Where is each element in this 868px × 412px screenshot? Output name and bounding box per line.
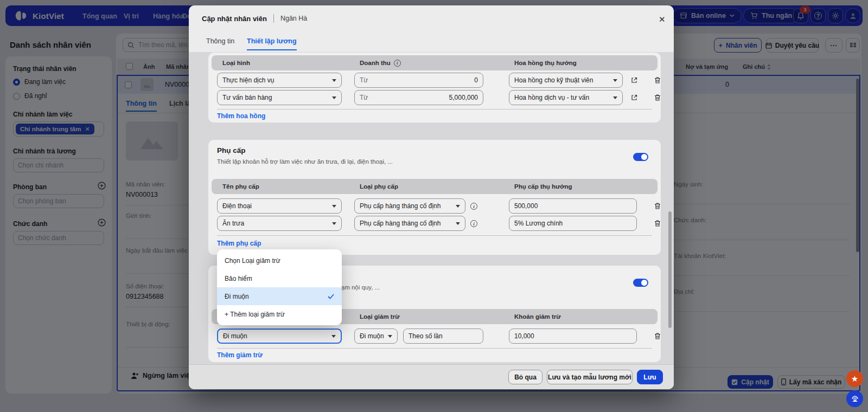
allowance-amount-input[interactable]: 5% Lương chính bbox=[509, 216, 637, 231]
allowance-header-row: Tên phụ cấp Loại phụ cấp Phụ cấp thụ hưở… bbox=[212, 179, 658, 194]
allowance-subtitle: Thiết lập khoản hỗ trợ làm việc như ăn t… bbox=[217, 158, 393, 165]
commission-type-select[interactable]: Thực hiện dịch vụ bbox=[217, 73, 342, 88]
commission-type-select[interactable]: Tư vấn bán hàng bbox=[217, 90, 342, 105]
commission-row: Thực hiện dịch vụ Từ 0 Hoa hồng cho kỹ t… bbox=[208, 73, 661, 88]
commission-col-type: Loại hình bbox=[222, 60, 250, 66]
commission-revenue-input[interactable]: Từ 5,000,000 bbox=[354, 90, 483, 105]
allowance-col-type: Loại phụ cấp bbox=[360, 183, 398, 190]
caret-down-icon bbox=[613, 96, 617, 99]
allowance-col-name: Tên phụ cấp bbox=[222, 183, 259, 190]
trash-icon[interactable] bbox=[654, 332, 661, 340]
deduction-col-type: Loại giảm trừ bbox=[360, 313, 400, 320]
add-deduction-link[interactable]: Thêm giảm trừ bbox=[217, 351, 263, 359]
allowance-name-select[interactable]: Điện thoại bbox=[217, 198, 342, 214]
update-employee-modal: Cập nhật nhân viên Ngân Hà ✕ Thông tin T… bbox=[189, 5, 674, 389]
info-icon[interactable]: i bbox=[470, 203, 477, 210]
allowance-type-select[interactable]: Phụ cấp hàng tháng cố định bbox=[354, 198, 465, 214]
add-commission-link[interactable]: Thêm hoa hồng bbox=[217, 112, 265, 120]
modal-scrollbar[interactable] bbox=[668, 211, 672, 328]
dropdown-item[interactable]: Chọn Loại giảm trừ bbox=[217, 252, 342, 269]
add-allowance-link[interactable]: Thêm phụ cấp bbox=[217, 240, 261, 247]
modal-tab-salary[interactable]: Thiết lập lương bbox=[247, 37, 297, 50]
caret-down-icon bbox=[332, 96, 336, 99]
caret-down-icon bbox=[388, 335, 392, 338]
allowance-row: Điện thoại Phụ cấp hàng tháng cố định i … bbox=[208, 198, 661, 214]
allowance-card: Phụ cấp Thiết lập khoản hỗ trợ làm việc … bbox=[208, 140, 661, 255]
title-divider bbox=[273, 14, 274, 23]
save-button[interactable]: Lưu bbox=[637, 370, 663, 384]
deduction-name-select[interactable]: Đi muộn bbox=[217, 329, 342, 344]
headset-icon bbox=[851, 395, 859, 403]
caret-down-icon bbox=[332, 205, 336, 208]
caret-down-icon bbox=[456, 222, 460, 225]
divider bbox=[217, 235, 652, 236]
external-link-icon[interactable] bbox=[630, 76, 638, 84]
commission-revenue-input[interactable]: Từ 0 bbox=[354, 73, 483, 88]
commission-card: Loại hình Doanh thui Hoa hồng thụ hưởng … bbox=[208, 53, 661, 123]
star-icon: ★ bbox=[851, 375, 858, 383]
skip-button[interactable]: Bỏ qua bbox=[508, 370, 542, 384]
deduction-amount-input[interactable]: 10,000 bbox=[509, 329, 637, 344]
allowance-type-select[interactable]: Phụ cấp hàng tháng cố định bbox=[354, 216, 465, 231]
trash-icon[interactable] bbox=[654, 76, 661, 84]
commission-header-row: Loại hình Doanh thui Hoa hồng thụ hưởng bbox=[212, 55, 658, 70]
deduction-type-dropdown: Chọn Loại giảm trừ Bảo hiểm Đi muộn + Th… bbox=[217, 249, 342, 325]
divider bbox=[217, 348, 652, 349]
caret-down-icon bbox=[456, 205, 460, 208]
modal-footer: Bỏ qua Lưu và tạo mẫu lương mới Lưu bbox=[189, 364, 674, 389]
caret-down-icon bbox=[613, 79, 617, 82]
deduction-type-select[interactable]: Đi muộn bbox=[354, 329, 398, 344]
trash-icon[interactable] bbox=[654, 202, 661, 210]
allowance-col-amount: Phụ cấp thụ hưởng bbox=[514, 183, 572, 190]
close-icon[interactable]: ✕ bbox=[659, 15, 666, 24]
commission-col-benefit: Hoa hồng thụ hưởng bbox=[514, 60, 577, 66]
caret-down-icon bbox=[331, 335, 336, 338]
support-floating-button[interactable] bbox=[846, 390, 863, 407]
info-icon[interactable]: i bbox=[394, 60, 401, 67]
modal-body: Loại hình Doanh thui Hoa hồng thụ hưởng … bbox=[189, 52, 674, 364]
caret-down-icon bbox=[332, 79, 336, 82]
rewards-floating-button[interactable]: ★ bbox=[846, 370, 863, 387]
modal-employee-name: Ngân Hà bbox=[280, 15, 307, 22]
trash-icon[interactable] bbox=[654, 220, 661, 227]
allowance-name-select[interactable]: Ăn trưa bbox=[217, 216, 342, 231]
external-link-icon[interactable] bbox=[630, 94, 638, 101]
caret-down-icon bbox=[332, 222, 336, 225]
deduction-col-amount: Khoản giảm trừ bbox=[514, 313, 561, 320]
allowance-title: Phụ cấp bbox=[217, 146, 246, 154]
allowance-row: Ăn trưa Phụ cấp hàng tháng cố định i 5% … bbox=[208, 216, 661, 231]
deduction-row: Đi muộn Đi muộn Theo số lần 10,000 bbox=[208, 329, 661, 344]
commission-benefit-select[interactable]: Hoa hồng cho kỹ thuật viên bbox=[509, 73, 623, 88]
modal-tab-info[interactable]: Thông tin bbox=[206, 37, 234, 45]
commission-benefit-select[interactable]: Hoa hồng dịch vụ - tư vấn bbox=[509, 90, 623, 105]
commission-col-revenue: Doanh thui bbox=[360, 60, 401, 67]
dropdown-item-add[interactable]: + Thêm loại giảm trừ bbox=[217, 305, 342, 323]
trash-icon[interactable] bbox=[654, 94, 661, 101]
divider bbox=[217, 109, 652, 110]
dropdown-item-selected[interactable]: Đi muộn bbox=[217, 287, 342, 305]
commission-row: Tư vấn bán hàng Từ 5,000,000 Hoa hồng dị… bbox=[208, 90, 661, 105]
save-and-template-button[interactable]: Lưu và tạo mẫu lương mới bbox=[547, 370, 633, 384]
dropdown-item[interactable]: Bảo hiểm bbox=[217, 269, 342, 287]
allowance-toggle[interactable] bbox=[633, 153, 648, 161]
deduction-toggle[interactable] bbox=[633, 279, 648, 287]
allowance-amount-input[interactable]: 500,000 bbox=[509, 198, 637, 214]
info-icon[interactable]: i bbox=[470, 220, 477, 227]
modal-header: Cập nhật nhân viên Ngân Hà bbox=[202, 14, 307, 23]
modal-title: Cập nhật nhân viên bbox=[202, 15, 267, 23]
deduction-method-input[interactable]: Theo số lần bbox=[403, 329, 483, 344]
check-icon bbox=[328, 294, 334, 299]
